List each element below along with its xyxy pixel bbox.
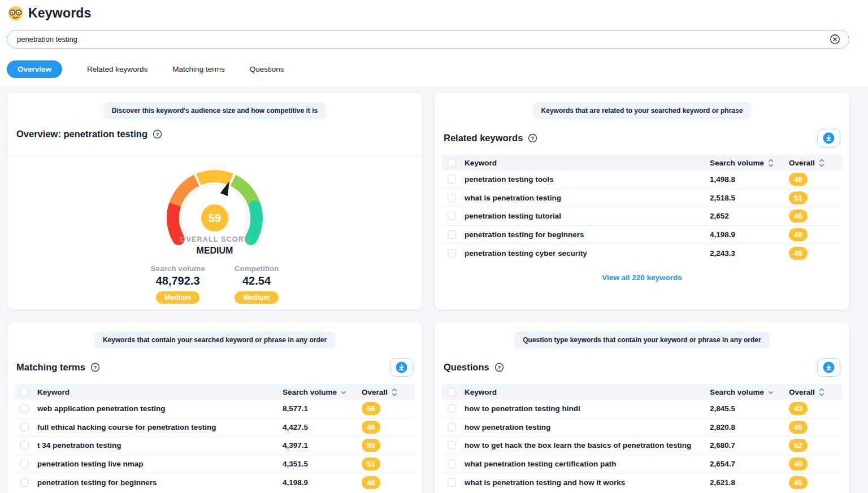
table-row[interactable]: what penetration testing certification p…	[442, 455, 842, 474]
select-all-checkbox[interactable]	[20, 388, 29, 396]
overall-score-badge: 51	[789, 191, 808, 204]
search-volume-cell: 2,845.5	[710, 404, 789, 413]
search-volume-stat: Search volume 48,792.3 Medium	[151, 264, 205, 304]
table-row[interactable]: what is penetration testing2,518.551	[442, 189, 842, 208]
table-row[interactable]: penetration testing for beginners4,198.9…	[442, 226, 842, 245]
download-button[interactable]	[817, 358, 840, 377]
sort-both-icon	[392, 388, 397, 396]
table-row[interactable]: t 34 penetration testing4,397.155	[15, 437, 415, 455]
row-checkbox[interactable]	[448, 175, 456, 184]
search-volume-column-header[interactable]: Search volume	[283, 388, 362, 396]
table-row[interactable]: penetration testing cyber security2,243.…	[442, 244, 842, 263]
table-body: how to penetration testing hindi2,845.54…	[442, 400, 842, 492]
dashboard-grid: Discover this keyword's audience size an…	[0, 86, 868, 493]
search-volume-cell: 4,427.5	[283, 423, 362, 431]
search-volume-cell: 2,652	[710, 212, 789, 220]
overall-score-badge: 46	[789, 210, 808, 222]
table-row[interactable]: how to get hack the box learn the basics…	[442, 437, 842, 455]
overview-panel: Discover this keyword's audience size an…	[7, 92, 423, 310]
row-checkbox[interactable]	[448, 194, 456, 202]
keyword-column-header: Keyword	[465, 159, 710, 167]
keyword-cell: what penetration testing certification p…	[465, 460, 710, 468]
overall-column-header[interactable]: Overall	[789, 159, 836, 167]
table-row[interactable]: web application penetration testing8,577…	[15, 400, 415, 418]
row-checkbox[interactable]	[448, 423, 456, 431]
help-icon[interactable]: ?	[90, 363, 100, 372]
help-icon[interactable]: ?	[494, 363, 504, 372]
clear-search-button[interactable]	[830, 34, 840, 45]
related-hint: Keywords that are related to your search…	[533, 102, 752, 119]
questions-panel: Question type keywords that contain your…	[434, 321, 850, 493]
row-checkbox[interactable]	[448, 478, 456, 487]
overall-score-badge: 49	[789, 457, 808, 470]
svg-text:?: ?	[497, 364, 501, 370]
sort-desc-icon	[341, 388, 346, 396]
table-header: Keyword Search volume Overall	[15, 384, 415, 400]
related-panel-title: Related keywords ?	[444, 133, 537, 143]
search-volume-column-header[interactable]: Search volume	[710, 388, 789, 396]
keyword-column-header: Keyword	[37, 388, 283, 396]
page-title: Keywords	[28, 6, 92, 21]
row-checkbox[interactable]	[20, 423, 29, 431]
table-row[interactable]: penetration testing tutorial2,65246	[442, 207, 842, 226]
overall-score-badge: 45	[789, 421, 808, 434]
table-row[interactable]: penetration testing live nmap4,351.551	[15, 455, 415, 474]
keyword-cell: penetration testing for beginners	[37, 478, 283, 487]
table-row[interactable]: full ethical hacking course for penetrat…	[15, 418, 415, 437]
table-row[interactable]: how penetration testing2,820.845	[442, 418, 842, 437]
overall-score-badge: 43	[789, 402, 808, 415]
row-checkbox[interactable]	[448, 460, 456, 468]
table-row[interactable]: how to penetration testing hindi2,845.54…	[442, 400, 842, 418]
svg-text:?: ?	[94, 364, 97, 370]
download-icon	[823, 361, 835, 373]
search-volume-cell: 2,621.8	[710, 478, 789, 487]
row-checkbox[interactable]	[448, 249, 456, 258]
search-input[interactable]	[16, 34, 830, 44]
row-checkbox[interactable]	[448, 441, 456, 450]
download-button[interactable]	[390, 358, 413, 377]
select-all-checkbox[interactable]	[448, 159, 456, 167]
page-header: Keywords Overview Related keywords Match…	[0, 0, 868, 78]
select-all-checkbox[interactable]	[448, 388, 456, 396]
row-checkbox[interactable]	[448, 212, 456, 220]
row-checkbox[interactable]	[20, 460, 29, 468]
questions-hint: Question type keywords that contain your…	[514, 331, 769, 348]
keyword-cell: penetration testing tools	[465, 175, 710, 184]
overall-score-badge: 48	[362, 476, 380, 489]
overall-score-level: MEDIUM	[197, 246, 233, 256]
row-checkbox[interactable]	[448, 404, 456, 413]
help-icon[interactable]: ?	[153, 129, 162, 139]
row-checkbox[interactable]	[448, 230, 456, 239]
overall-score-badge: 48	[789, 228, 808, 241]
search-volume-cell: 2,518.5	[710, 194, 789, 202]
status-badge: Medium	[235, 291, 278, 304]
overview-stats: Search volume 48,792.3 Medium Competitio…	[7, 264, 422, 304]
table-body: web application penetration testing8,577…	[15, 400, 415, 492]
search-volume-cell: 4,198.9	[283, 478, 362, 487]
table-row[interactable]: penetration testing for beginners4,198.9…	[15, 473, 415, 492]
sort-both-icon	[819, 388, 824, 396]
download-button[interactable]	[817, 129, 840, 147]
table-row[interactable]: penetration testing tools1,498.848	[442, 171, 842, 189]
tab-related-keywords[interactable]: Related keywords	[87, 65, 147, 73]
view-all-link[interactable]: View all 220 keywords	[602, 273, 682, 282]
download-icon	[823, 132, 835, 144]
matching-hint: Keywords that contain your searched keyw…	[94, 331, 335, 348]
tab-matching-terms[interactable]: Matching terms	[172, 65, 224, 73]
search-volume-column-header[interactable]: Search volume	[710, 159, 789, 167]
overall-score-caption: OVERALL SCORE	[180, 235, 249, 243]
keyword-cell: penetration testing tutorial	[465, 212, 710, 220]
tab-questions[interactable]: Questions	[250, 65, 284, 73]
row-checkbox[interactable]	[20, 478, 29, 487]
svg-text:?: ?	[531, 135, 535, 141]
table-row[interactable]: what is penetration testing and how it w…	[442, 473, 842, 492]
overall-score-badge: 45	[789, 476, 808, 489]
overall-column-header[interactable]: Overall	[362, 388, 409, 396]
overall-column-header[interactable]: Overall	[789, 388, 836, 396]
tab-bar: Overview Related keywords Matching terms…	[10, 60, 850, 78]
status-badge: Medium	[156, 291, 199, 304]
row-checkbox[interactable]	[20, 404, 29, 413]
help-icon[interactable]: ?	[528, 133, 537, 143]
row-checkbox[interactable]	[20, 441, 29, 450]
tab-overview[interactable]: Overview	[7, 60, 62, 78]
